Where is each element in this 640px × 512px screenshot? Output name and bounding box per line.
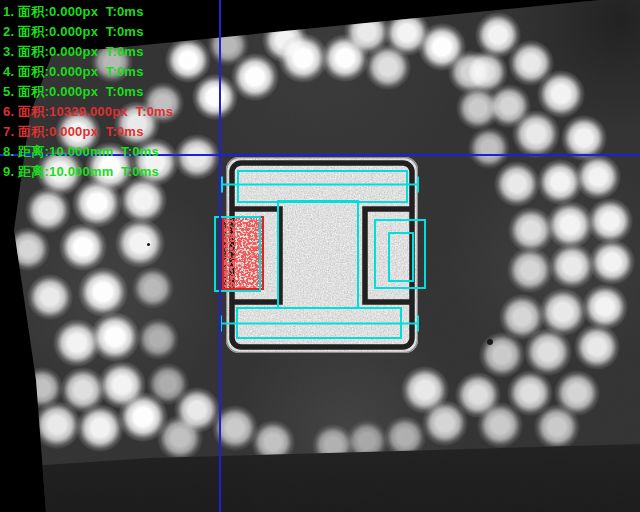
center-area-roi[interactable] [278, 201, 358, 308]
measurement-line: 8. 距离:10.000mm T:0ms [3, 142, 173, 162]
left-blob-roi[interactable] [215, 217, 260, 291]
top-distance-caliper[interactable] [222, 177, 418, 193]
vision-app-frame: 1. 面积:0.000px T:0ms2. 面积:0.000px T:0ms3.… [0, 0, 640, 512]
measurement-line: 4. 面积:0.000px T:0ms [3, 62, 173, 82]
measurement-line: 3. 面积:0.000px T:0ms [3, 42, 173, 62]
right-outer-roi[interactable] [375, 220, 425, 288]
measurement-readout: 1. 面积:0.000px T:0ms2. 面积:0.000px T:0ms3.… [3, 2, 173, 182]
crosshair-vertical-line[interactable] [219, 0, 221, 512]
measurement-line: 6. 面积:10329.000px T:0ms [3, 102, 173, 122]
measurement-line: 1. 面积:0.000px T:0ms [3, 2, 173, 22]
bottom-distance-caliper[interactable] [221, 316, 418, 332]
measurement-line: 2. 面积:0.000px T:0ms [3, 22, 173, 42]
top-area-roi[interactable] [238, 171, 407, 202]
measurement-line: 7. 面积:0.000px T:0ms [3, 122, 173, 142]
measurement-line: 9. 距离:10.000mm T:0ms [3, 162, 173, 182]
right-inner-roi[interactable] [389, 233, 413, 281]
measurement-line: 5. 面积:0.000px T:0ms [3, 82, 173, 102]
